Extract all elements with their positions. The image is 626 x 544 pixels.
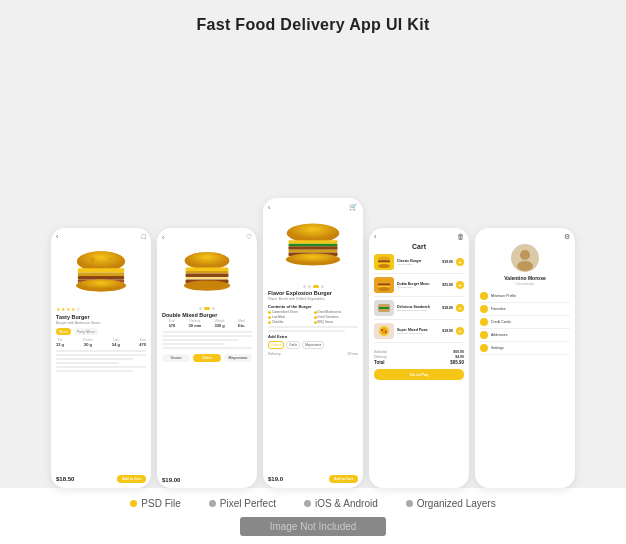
desc-line-4 bbox=[56, 362, 119, 364]
svg-rect-15 bbox=[186, 277, 229, 280]
profile-name: Valentino Morose bbox=[480, 275, 570, 281]
svg-rect-12 bbox=[186, 268, 229, 271]
desc-line-6 bbox=[56, 370, 133, 372]
delete-icon-4[interactable]: 🗑 bbox=[457, 233, 464, 240]
dot-tomatoes bbox=[314, 316, 317, 319]
svg-point-37 bbox=[381, 329, 383, 331]
food-name-2: Double Mixed Burger bbox=[162, 312, 252, 318]
qty-btn-4[interactable]: + bbox=[456, 327, 464, 335]
tab-menu[interactable]: Menu bbox=[56, 328, 71, 335]
profile-menu-item-5[interactable]: Settings bbox=[480, 342, 570, 355]
s3-dot-1 bbox=[303, 285, 306, 288]
add-to-cart-btn-1[interactable]: Add to Cart bbox=[117, 475, 146, 483]
cart-img-1 bbox=[374, 254, 394, 270]
extra-garlic[interactable]: Garlic bbox=[286, 341, 300, 349]
stat-delivery: Delivery 30 min bbox=[189, 319, 202, 328]
phone-topbar-4: ‹ 🗑 bbox=[374, 233, 464, 240]
desc-line-2-3 bbox=[162, 339, 239, 341]
dot-mushroom bbox=[314, 311, 317, 314]
tab-party-menu[interactable]: Party Menu bbox=[74, 328, 98, 335]
profile-menu-item-1[interactable]: Minimum Profile bbox=[480, 290, 570, 303]
cart-icon-3[interactable]: 🛒 bbox=[349, 203, 358, 211]
extra-mayo[interactable]: Mayonnaise bbox=[302, 341, 324, 349]
cart-sub-3: Delicious&Delicious sauce bbox=[397, 309, 439, 312]
subtotal-value: $60.90 bbox=[453, 350, 464, 354]
footer-note: Image Not Included bbox=[240, 517, 387, 536]
content-6: BBQ Sauce bbox=[314, 320, 359, 324]
qty-btn-3[interactable]: + bbox=[456, 304, 464, 312]
back-arrow-icon-2[interactable]: ‹ bbox=[162, 234, 164, 241]
profile-menu-item-4[interactable]: Addresses bbox=[480, 329, 570, 342]
cart-item-4: Super Mixed Pizza Warm rice and pan rice… bbox=[374, 323, 464, 343]
go-to-pay-btn[interactable]: Go to Pay bbox=[374, 369, 464, 380]
footer-features: PSD File Pixel Perfect iOS & Android Org… bbox=[130, 498, 495, 509]
back-arrow-icon[interactable]: ‹ bbox=[56, 233, 58, 240]
cart-burger-img-2 bbox=[376, 279, 392, 291]
food-sub-3: Flavor Bomb with Grilled Vegetables bbox=[268, 297, 358, 301]
profile-icon-3 bbox=[480, 318, 488, 326]
star-2: ★ bbox=[61, 306, 65, 312]
svg-point-38 bbox=[385, 331, 387, 333]
phone-screen-1: ‹ □ bbox=[51, 228, 151, 488]
qty-btn-2[interactable]: + bbox=[456, 281, 464, 289]
svg-point-18 bbox=[287, 224, 340, 243]
dot-cheddar bbox=[268, 321, 271, 324]
delivery-label-3: Delivery bbox=[268, 352, 281, 356]
desc-line-3 bbox=[56, 358, 133, 360]
cart-item-2: Dubia Burger Menu Cheeseburger $25.00 + bbox=[374, 277, 464, 297]
back-arrow-icon-3[interactable]: ‹ bbox=[268, 204, 270, 211]
desc-3-1 bbox=[268, 326, 358, 328]
svg-rect-13 bbox=[186, 271, 229, 274]
mayonnaise-btn[interactable]: Mayonnaise bbox=[224, 354, 252, 362]
svg-rect-20 bbox=[289, 244, 338, 247]
s3-dot-2 bbox=[308, 285, 311, 288]
svg-rect-30 bbox=[378, 284, 390, 286]
svg-point-11 bbox=[185, 252, 230, 269]
nutrition-row-1: Fat 12 g Protein 20 g Carb 54 g Kcal 470 bbox=[56, 338, 146, 347]
price-3: $19.0 bbox=[268, 476, 283, 482]
feature-layers: Organized Layers bbox=[406, 498, 496, 509]
food-image-area-2 bbox=[162, 244, 252, 304]
svg-rect-26 bbox=[378, 261, 390, 263]
feature-label-layers: Organized Layers bbox=[417, 498, 496, 509]
add-extra-label-3: Add Extra bbox=[268, 334, 358, 339]
profile-avatar bbox=[511, 244, 539, 272]
cart-img-4 bbox=[374, 323, 394, 339]
feature-dot-pixel bbox=[209, 500, 216, 507]
qty-btn-1[interactable]: + bbox=[456, 258, 464, 266]
profile-menu-item-3[interactable]: Credit Cards bbox=[480, 316, 570, 329]
svg-rect-4 bbox=[78, 276, 124, 279]
star-4: ★ bbox=[71, 306, 75, 312]
phone-topbar-3: ‹ 🛒 bbox=[268, 203, 358, 211]
cart-price-4: $19.90 bbox=[442, 329, 453, 333]
feature-label-ios: iOS & Android bbox=[315, 498, 378, 509]
heart-icon-2[interactable]: ♡ bbox=[246, 233, 252, 241]
cart-info-3: Delicious Sandwich Delicious&Delicious s… bbox=[397, 305, 439, 312]
delivery-value-3: 20 min bbox=[347, 352, 358, 356]
feature-dot-psd bbox=[130, 500, 137, 507]
contents-grid-3: Caramelized Onion Dried Mushrooms Low Me… bbox=[268, 310, 358, 324]
settings-icon-5[interactable]: ⚙ bbox=[564, 233, 570, 241]
content-1: Caramelized Onion bbox=[268, 310, 313, 314]
food-image-area-3 bbox=[268, 214, 358, 282]
slider-dots-2 bbox=[162, 307, 252, 310]
source-btn[interactable]: Source bbox=[162, 354, 190, 362]
svg-rect-3 bbox=[78, 273, 124, 276]
content-3: Low Meat bbox=[268, 315, 313, 319]
profile-menu-item-2[interactable]: Favorites bbox=[480, 303, 570, 316]
star-1: ★ bbox=[56, 306, 60, 312]
phones-row: ‹ □ bbox=[0, 44, 626, 488]
bookmark-icon[interactable]: □ bbox=[142, 233, 146, 240]
add-to-cart-btn-3[interactable]: Add to Cart bbox=[329, 475, 358, 483]
order-btn[interactable]: Order bbox=[193, 354, 221, 362]
extra-cheese[interactable]: Cheese bbox=[268, 341, 284, 349]
svg-point-36 bbox=[381, 328, 387, 334]
stat-meal: Meal Etc. bbox=[238, 319, 245, 328]
back-arrow-icon-4[interactable]: ‹ bbox=[374, 233, 376, 240]
feature-label-psd: PSD File bbox=[141, 498, 180, 509]
extra-tags-3: Cheese Garlic Mayonnaise bbox=[268, 341, 358, 349]
action-btns-2: Source Order Mayonnaise bbox=[162, 354, 252, 362]
desc-line-5 bbox=[56, 366, 146, 368]
nutr-fat: Fat 12 g bbox=[56, 338, 64, 347]
profile-icon-1 bbox=[480, 292, 488, 300]
